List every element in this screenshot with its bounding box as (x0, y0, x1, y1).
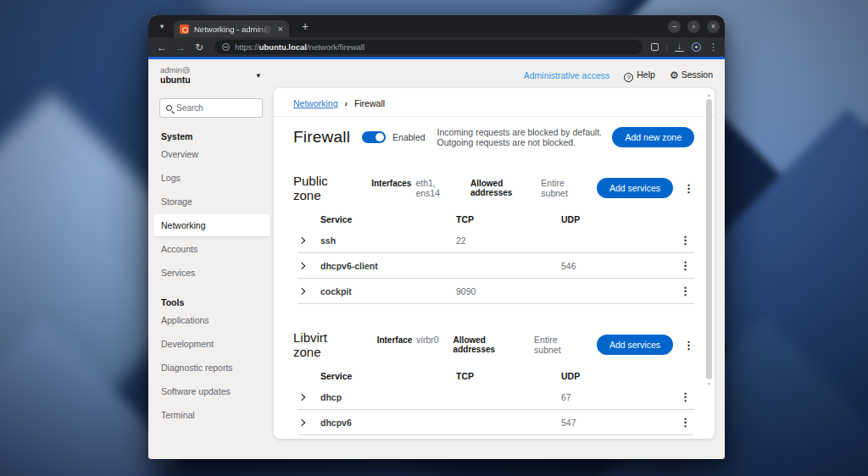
zone-kebab-icon[interactable]: ⋮ (683, 340, 694, 351)
minimize-button[interactable]: – (668, 20, 681, 33)
download-icon[interactable]: ↓ (675, 43, 684, 52)
firewall-description: Incoming requests are blocked by default… (437, 127, 613, 147)
col-service: Service (320, 214, 456, 224)
card-scrollbar[interactable]: ▲ ▼ (705, 92, 713, 434)
forward-icon[interactable]: → (174, 42, 187, 53)
back-icon[interactable]: ← (155, 42, 169, 53)
sidebar-item-services[interactable]: Services (153, 262, 270, 284)
sidebar-item-applications[interactable]: Applications (153, 309, 270, 331)
table-row[interactable]: dns 53 53 ⋮ (298, 435, 694, 439)
col-udp: UDP (561, 214, 663, 224)
help-menu[interactable]: ?Help (624, 69, 655, 82)
session-menu[interactable]: ⚙Session (670, 69, 713, 81)
reload-icon[interactable]: ↻ (192, 42, 206, 53)
col-service: Service (320, 371, 456, 381)
masthead-actions: Administrative access ?Help ⚙Session (524, 69, 713, 82)
expand-chevron-icon[interactable] (298, 236, 305, 243)
zone-title: Public zone (293, 174, 353, 202)
public-zone-table: Service TCP UDP ssh 22 ⋮ dhcpv6-client (286, 211, 694, 304)
sidebar-item-software-updates[interactable]: Software updates (153, 380, 270, 402)
user-name: admin@ (160, 65, 191, 75)
close-button[interactable]: × (707, 20, 720, 33)
row-kebab-icon[interactable]: ⋮ (680, 260, 694, 271)
allowed-addresses-label: Allowed addresses (470, 179, 537, 197)
sidebar-item-logs[interactable]: Logs (153, 167, 270, 189)
user-menu[interactable]: admin@ ubuntu (160, 65, 191, 86)
sidebar-item-overview[interactable]: Overview (153, 143, 270, 165)
firewall-state-label: Enabled (392, 132, 426, 142)
table-row[interactable]: cockpit 9090 ⋮ (298, 279, 694, 304)
udp-port: 547 (561, 418, 663, 428)
interfaces-label: Interfaces (371, 179, 411, 188)
row-kebab-icon[interactable]: ⋮ (680, 235, 694, 246)
browser-menu-icon[interactable]: ⋮ (709, 42, 718, 52)
sidebar-item-diagnostic-reports[interactable]: Diagnostic reports (153, 357, 270, 379)
row-kebab-icon[interactable]: ⋮ (680, 417, 694, 428)
breadcrumb: Networking › Firewall (286, 95, 694, 116)
expand-chevron-icon[interactable] (298, 287, 305, 294)
browser-tab[interactable]: Networking - admin@u × (174, 20, 289, 37)
table-row[interactable]: dhcpv6 547 ⋮ (298, 410, 694, 435)
expand-chevron-icon[interactable] (298, 393, 305, 400)
cockpit-page: admin@ ubuntu ▾ Administrative access ?H… (148, 59, 725, 459)
col-udp: UDP (561, 371, 663, 381)
sidebar-item-development[interactable]: Development (153, 333, 270, 355)
scroll-down-icon[interactable]: ▼ (707, 381, 711, 386)
tab-list-chevron-icon[interactable]: ▾ (153, 19, 170, 34)
user-menu-caret-icon[interactable]: ▾ (257, 71, 261, 80)
sidebar-search[interactable] (159, 98, 263, 118)
sidebar-item-storage[interactable]: Storage (153, 191, 270, 213)
add-new-zone-button[interactable]: Add new zone (612, 127, 694, 147)
url-text: https://ubuntu.local/network/firewall (235, 42, 364, 52)
site-info-icon[interactable] (222, 43, 230, 51)
firewall-toggle[interactable] (362, 131, 386, 143)
sidebar-item-accounts[interactable]: Accounts (153, 238, 270, 260)
help-label: Help (637, 69, 655, 80)
zone-title: Libvirt zone (293, 330, 359, 359)
table-header-row: Service TCP UDP (298, 211, 694, 228)
interfaces-value: eth1, ens14 (415, 178, 456, 198)
expand-chevron-icon[interactable] (298, 418, 305, 425)
row-kebab-icon[interactable]: ⋮ (680, 391, 694, 402)
sidebar-heading-tools: Tools (161, 297, 263, 307)
interface-label: Interface (377, 335, 413, 345)
breadcrumb-chevron-icon: › (345, 99, 348, 108)
sidebar-item-terminal[interactable]: Terminal (153, 404, 270, 426)
url-bar[interactable]: https://ubuntu.local/network/firewall (214, 40, 643, 54)
add-services-button[interactable]: Add services (597, 335, 673, 355)
allowed-addresses-value: Entire subnet (541, 178, 587, 198)
table-header-row: Service TCP UDP (298, 368, 694, 385)
service-name: dhcp (320, 392, 456, 402)
table-row[interactable]: ssh 22 ⋮ (298, 228, 694, 253)
breadcrumb-networking-link[interactable]: Networking (293, 98, 338, 108)
service-name: cockpit (320, 286, 456, 296)
masthead: admin@ ubuntu ▾ Administrative access ?H… (148, 59, 725, 91)
profile-icon[interactable] (692, 42, 701, 52)
extensions-icon[interactable] (651, 43, 659, 51)
search-icon (166, 105, 172, 111)
toolbar-right-icons: ↓ ⋮ (651, 42, 718, 52)
zone-kebab-icon[interactable]: ⋮ (683, 183, 694, 194)
new-tab-button[interactable]: + (298, 19, 313, 33)
add-services-button[interactable]: Add services (597, 178, 673, 198)
url-host: ubuntu.local (259, 42, 307, 52)
maximize-button[interactable]: ▫ (687, 20, 700, 33)
url-scheme: https:// (235, 42, 259, 52)
allowed-addresses-label: Allowed addresses (453, 335, 530, 354)
window-controls: – ▫ × (668, 20, 720, 33)
scroll-up-icon[interactable]: ▲ (707, 92, 711, 97)
administrative-access-link[interactable]: Administrative access (524, 70, 610, 80)
tcp-port: 22 (456, 235, 561, 246)
expand-chevron-icon[interactable] (298, 262, 305, 268)
tab-strip: ▾ Networking - admin@u × + – ▫ × (148, 15, 725, 37)
scrollbar-thumb[interactable] (706, 99, 712, 379)
zone-meta: Interface virbr0 Allowed addresses Entir… (377, 335, 597, 355)
table-row[interactable]: dhcpv6-client 546 ⋮ (298, 253, 694, 279)
url-path: /network/firewall (307, 42, 364, 52)
sidebar-item-networking[interactable]: Networking (153, 214, 270, 236)
search-input[interactable] (176, 103, 244, 113)
col-tcp: TCP (456, 371, 561, 381)
row-kebab-icon[interactable]: ⋮ (680, 285, 694, 296)
table-row[interactable]: dhcp 67 ⋮ (298, 385, 694, 410)
tab-close-icon[interactable]: × (278, 25, 283, 34)
